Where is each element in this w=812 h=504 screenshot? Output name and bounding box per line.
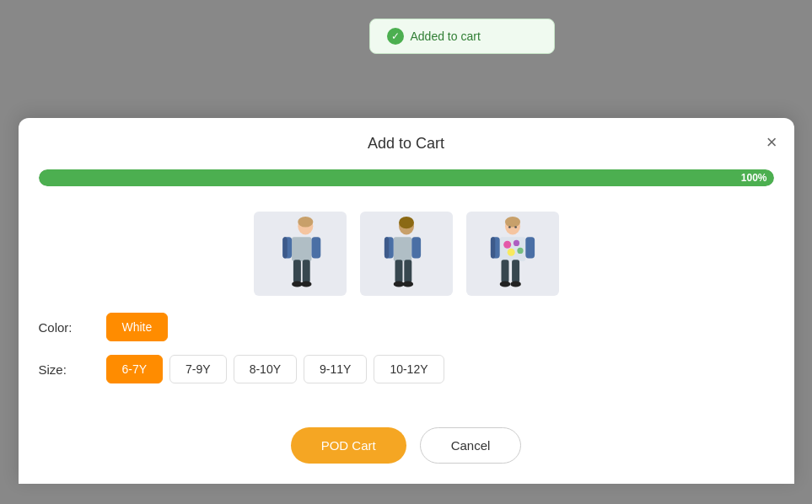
modal-overlay: Add to Cart × 100%: [0, 118, 812, 504]
modal-header: Add to Cart ×: [19, 118, 794, 166]
svg-point-23: [514, 226, 517, 228]
svg-rect-31: [525, 237, 535, 258]
size-option-6-7y[interactable]: 6-7Y: [106, 355, 164, 383]
svg-rect-2: [292, 237, 311, 261]
color-label: Color:: [39, 320, 106, 335]
svg-point-21: [505, 217, 520, 228]
color-options: White: [106, 313, 169, 341]
svg-point-35: [510, 281, 521, 287]
size-row: Size: 6-7Y 7-9Y 8-10Y 9-11Y 10-12Y: [39, 355, 774, 383]
color-option-white[interactable]: White: [106, 313, 169, 341]
svg-rect-33: [512, 260, 519, 282]
color-row: Color: White: [39, 313, 774, 341]
toast-text: Added to cart: [411, 29, 481, 43]
size-option-9-11y[interactable]: 9-11Y: [304, 355, 367, 383]
size-option-7-9y[interactable]: 7-9Y: [169, 355, 227, 383]
svg-rect-30: [490, 237, 494, 258]
svg-rect-14: [384, 237, 388, 258]
pod-cart-button[interactable]: POD Cart: [291, 427, 406, 464]
svg-point-11: [399, 217, 414, 228]
svg-rect-16: [395, 260, 402, 282]
close-button[interactable]: ×: [766, 133, 777, 152]
size-label: Size:: [39, 362, 106, 377]
svg-rect-15: [411, 237, 421, 258]
modal-footer: POD Cart Cancel: [19, 414, 794, 484]
svg-rect-32: [501, 260, 508, 282]
progress-bar-fill: 100%: [39, 169, 774, 186]
add-to-cart-modal: Add to Cart × 100%: [19, 118, 794, 484]
check-icon: ✓: [387, 28, 404, 45]
svg-point-28: [517, 248, 523, 254]
size-option-10-12y[interactable]: 10-12Y: [374, 355, 444, 383]
size-option-8-10y[interactable]: 8-10Y: [234, 355, 297, 383]
options-section: Color: White Size: 6-7Y 7-9Y 8-10Y 9-11Y…: [19, 313, 794, 414]
progress-label: 100%: [741, 172, 767, 184]
svg-rect-12: [393, 237, 411, 261]
modal-title: Add to Cart: [368, 135, 444, 153]
svg-point-1: [298, 217, 313, 228]
cancel-button[interactable]: Cancel: [420, 427, 522, 464]
svg-rect-6: [293, 260, 300, 282]
svg-point-22: [508, 226, 511, 228]
svg-rect-17: [404, 260, 411, 282]
svg-rect-5: [311, 237, 320, 258]
size-options: 6-7Y 7-9Y 8-10Y 9-11Y 10-12Y: [106, 355, 444, 383]
progress-bar-container: 100%: [39, 169, 774, 186]
svg-point-9: [300, 281, 311, 287]
product-image-2: [360, 212, 453, 296]
svg-point-27: [507, 249, 514, 256]
product-image-3: [466, 212, 559, 296]
svg-rect-4: [282, 237, 287, 258]
svg-point-25: [503, 241, 511, 249]
toast-notification: ✓ Added to cart: [369, 19, 555, 54]
svg-point-26: [513, 240, 519, 246]
svg-rect-7: [302, 260, 309, 282]
svg-point-18: [393, 281, 404, 287]
product-images-row: [19, 203, 794, 313]
product-image-1: [254, 212, 347, 296]
svg-point-19: [402, 281, 413, 287]
svg-point-8: [292, 281, 303, 287]
svg-point-34: [499, 281, 510, 287]
